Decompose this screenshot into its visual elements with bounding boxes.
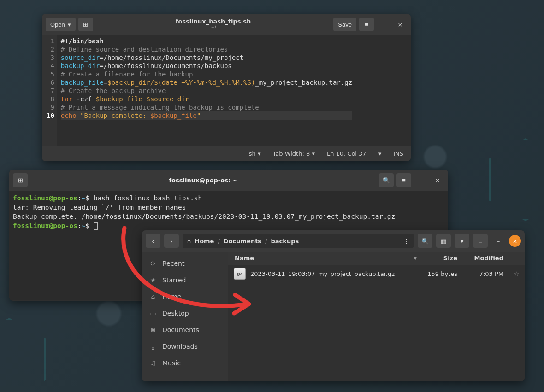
file-manager-body: ⟳Recent★Starred⌂Home▭Desktop🗎Documents⭳D… <box>142 252 525 381</box>
status-menu[interactable]: ▾ <box>378 150 382 157</box>
file-manager-window: ‹ › ⌂ Home / Documents / backups ⋮ 🔍 ▦ ▾… <box>142 230 525 381</box>
editor-window: Open ▾ ⊞ fosslinux_bash_tips.sh ~/ Save … <box>42 14 411 161</box>
file-modified: 7:03 PM <box>462 270 508 277</box>
file-manager-sidebar: ⟳Recent★Starred⌂Home▭Desktop🗎Documents⭳D… <box>142 252 228 381</box>
nav-forward-button[interactable]: › <box>164 234 179 248</box>
search-icon: 🔍 <box>383 177 390 184</box>
home-icon: ⌂ <box>187 238 191 245</box>
editor-title: fosslinux_bash_tips.sh ~/ <box>96 18 331 30</box>
status-tabwidth[interactable]: Tab Width: 8 ▾ <box>273 150 315 157</box>
minimize-button[interactable]: – <box>491 234 505 248</box>
sidebar-item-label: Desktop <box>162 310 189 317</box>
sidebar-item-recent[interactable]: ⟳Recent <box>142 255 228 272</box>
breadcrumb-documents[interactable]: Documents <box>224 238 261 245</box>
terminal-title: fosslinux@pop-os: ~ <box>30 177 376 184</box>
hamburger-button[interactable]: ≡ <box>359 18 374 31</box>
new-tab-icon: ⊞ <box>83 21 88 28</box>
open-button[interactable]: Open ▾ <box>46 18 76 31</box>
editor-statusbar: sh ▾ Tab Width: 8 ▾ Ln 10, Col 37 ▾ INS <box>42 146 411 161</box>
column-name[interactable]: Name <box>228 255 414 262</box>
hamburger-button[interactable]: ≡ <box>396 173 411 187</box>
path-options-icon[interactable]: ⋮ <box>403 238 409 245</box>
recent-icon: ⟳ <box>149 260 157 267</box>
archive-file-icon: gz <box>234 268 246 280</box>
hamburger-icon: ≡ <box>402 177 406 184</box>
sidebar-item-starred[interactable]: ★Starred <box>142 272 228 288</box>
save-button-label: Save <box>338 21 352 28</box>
file-name: 2023-03-11_19:03:07_my_project_backup.ta… <box>250 270 420 277</box>
status-mode[interactable]: INS <box>393 150 403 157</box>
file-list-area: Name ▾ Size Modified gz2023-03-11_19:03:… <box>228 252 525 381</box>
sidebar-item-documents[interactable]: 🗎Documents <box>142 322 228 338</box>
file-size: 159 bytes <box>420 270 462 277</box>
new-tab-icon: ⊞ <box>18 177 23 184</box>
sidebar-item-label: Starred <box>162 276 186 284</box>
close-button[interactable]: × <box>431 173 444 187</box>
sidebar-item-label: Recent <box>162 260 184 267</box>
desktop-icon: ▭ <box>149 310 157 317</box>
downloads-icon: ⭳ <box>149 343 157 350</box>
search-button[interactable]: 🔍 <box>379 173 394 187</box>
hamburger-button[interactable]: ≡ <box>473 234 488 248</box>
chevron-down-icon: ▾ <box>68 21 71 28</box>
hamburger-icon: ≡ <box>365 21 368 28</box>
close-icon: × <box>435 177 440 184</box>
nav-back-button[interactable]: ‹ <box>146 234 160 248</box>
column-size[interactable]: Size <box>420 255 462 262</box>
documents-icon: 🗎 <box>149 326 157 333</box>
file-manager-titlebar: ‹ › ⌂ Home / Documents / backups ⋮ 🔍 ▦ ▾… <box>142 230 525 252</box>
sidebar-item-label: Documents <box>162 326 199 333</box>
file-list-header: Name ▾ Size Modified <box>228 252 525 265</box>
hamburger-icon: ≡ <box>479 238 482 245</box>
breadcrumb-backups[interactable]: backups <box>271 238 299 245</box>
breadcrumb-sep: / <box>265 238 267 245</box>
search-icon: 🔍 <box>421 238 429 245</box>
sidebar-item-label: Music <box>162 359 181 367</box>
close-button[interactable]: × <box>393 18 407 31</box>
breadcrumb-sep: / <box>218 238 219 245</box>
sidebar-item-downloads[interactable]: ⭳Downloads <box>142 338 228 355</box>
close-icon: × <box>513 238 518 245</box>
open-button-label: Open <box>50 21 65 28</box>
star-button[interactable]: ☆ <box>508 270 525 277</box>
editor-subtitle: ~/ <box>96 25 331 30</box>
close-icon: × <box>398 21 403 28</box>
search-button[interactable]: 🔍 <box>418 234 432 248</box>
sidebar-item-home[interactable]: ⌂Home <box>142 288 228 305</box>
breadcrumb[interactable]: ⌂ Home / Documents / backups ⋮ <box>183 234 414 248</box>
save-button[interactable]: Save <box>333 18 356 31</box>
grid-icon: ▦ <box>441 238 446 245</box>
editor-filename: fosslinux_bash_tips.sh <box>96 18 331 25</box>
terminal-titlebar: ⊞ fosslinux@pop-os: ~ 🔍 ≡ – × <box>9 170 448 191</box>
editor-body[interactable]: 1 2 3 4 5 6 7 8 910 #!/bin/bash# Define … <box>42 35 411 146</box>
music-icon: ♫ <box>149 359 157 367</box>
home-icon: ⌂ <box>149 293 157 300</box>
view-grid-button[interactable]: ▦ <box>436 234 451 248</box>
code-area[interactable]: #!/bin/bash# Define source and destinati… <box>57 35 356 146</box>
sidebar-item-music[interactable]: ♫Music <box>142 355 228 371</box>
minimize-button[interactable]: – <box>377 18 390 31</box>
sidebar-item-label: Home <box>162 293 181 300</box>
status-position[interactable]: Ln 10, Col 37 <box>327 150 367 157</box>
view-options-button[interactable]: ▾ <box>455 234 469 248</box>
new-tab-button[interactable]: ⊞ <box>78 18 93 31</box>
minimize-icon: – <box>420 177 423 184</box>
line-gutter: 1 2 3 4 5 6 7 8 910 <box>42 35 57 146</box>
file-list-rows: gz2023-03-11_19:03:07_my_project_backup.… <box>228 265 525 282</box>
chevron-down-icon: ▾ <box>461 238 464 245</box>
forward-icon: › <box>171 238 172 245</box>
sidebar-item-desktop[interactable]: ▭Desktop <box>142 305 228 322</box>
column-modified[interactable]: Modified <box>462 255 508 262</box>
status-lang[interactable]: sh ▾ <box>249 150 261 157</box>
breadcrumb-home[interactable]: Home <box>195 238 214 245</box>
back-icon: ‹ <box>152 238 154 245</box>
starred-icon: ★ <box>149 276 157 284</box>
table-row[interactable]: gz2023-03-11_19:03:07_my_project_backup.… <box>228 265 525 282</box>
minimize-button[interactable]: – <box>414 173 428 187</box>
minimize-icon: – <box>382 21 385 28</box>
sidebar-item-label: Downloads <box>162 343 198 350</box>
new-tab-button[interactable]: ⊞ <box>13 173 28 187</box>
close-button[interactable]: × <box>509 235 521 247</box>
sort-indicator-icon[interactable]: ▾ <box>414 255 420 262</box>
editor-titlebar: Open ▾ ⊞ fosslinux_bash_tips.sh ~/ Save … <box>42 14 411 35</box>
